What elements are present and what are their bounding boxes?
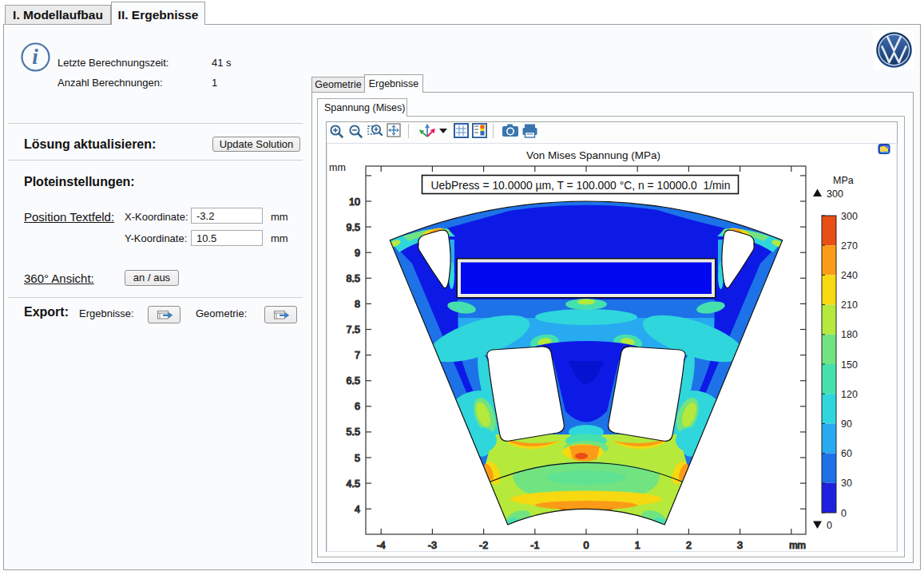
svg-text:90: 90 xyxy=(841,418,852,430)
svg-text:180: 180 xyxy=(841,329,858,340)
svg-text:0: 0 xyxy=(841,508,847,519)
svg-text:mm: mm xyxy=(789,540,806,551)
svg-text:60: 60 xyxy=(841,448,852,459)
svg-text:MPa: MPa xyxy=(833,175,854,186)
svg-text:4: 4 xyxy=(355,504,360,515)
svg-text:8: 8 xyxy=(355,299,360,310)
svg-text:3: 3 xyxy=(737,540,743,551)
svg-text:9.5: 9.5 xyxy=(347,222,360,233)
svg-text:UebPress = 10.0000 µm, T = 100: UebPress = 10.0000 µm, T = 100.000 °C, n… xyxy=(431,179,731,192)
svg-text:0: 0 xyxy=(584,540,589,551)
svg-text:300: 300 xyxy=(827,188,843,200)
svg-text:150: 150 xyxy=(841,359,858,371)
svg-text:5: 5 xyxy=(355,453,360,464)
svg-text:-3: -3 xyxy=(428,540,437,551)
svg-text:30: 30 xyxy=(841,478,852,489)
svg-text:mm: mm xyxy=(329,162,346,173)
svg-text:7: 7 xyxy=(355,350,360,361)
svg-text:5.5: 5.5 xyxy=(347,426,360,438)
svg-text:1: 1 xyxy=(635,540,640,551)
svg-text:270: 270 xyxy=(841,240,858,252)
svg-text:120: 120 xyxy=(841,389,858,400)
svg-text:Von Mises Spannung (MPa): Von Mises Spannung (MPa) xyxy=(526,149,660,161)
svg-text:i: i xyxy=(32,45,38,69)
svg-text:10: 10 xyxy=(349,196,360,208)
svg-text:9: 9 xyxy=(355,248,360,259)
svg-text:6.5: 6.5 xyxy=(347,375,360,387)
svg-text:8.5: 8.5 xyxy=(347,273,360,284)
svg-text:0: 0 xyxy=(827,520,832,531)
svg-text:210: 210 xyxy=(841,299,858,311)
svg-text:7.5: 7.5 xyxy=(347,324,360,335)
svg-text:-1: -1 xyxy=(530,540,539,551)
svg-text:2: 2 xyxy=(686,540,692,551)
svg-text:4.5: 4.5 xyxy=(347,478,360,490)
svg-text:6: 6 xyxy=(355,401,360,412)
svg-text:-2: -2 xyxy=(479,540,488,551)
svg-text:240: 240 xyxy=(841,270,858,281)
svg-text:300: 300 xyxy=(841,211,858,222)
svg-text:-4: -4 xyxy=(377,540,386,551)
